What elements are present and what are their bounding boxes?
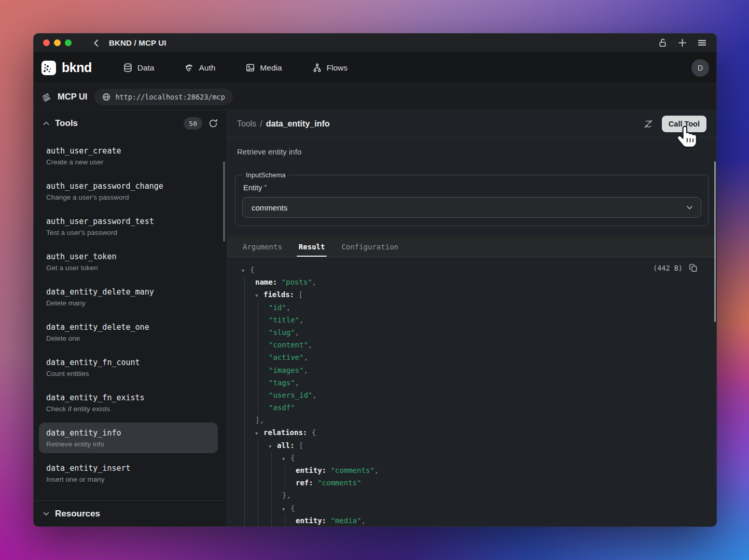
nav-item-auth[interactable]: Auth — [184, 63, 215, 73]
entity-select[interactable]: comments — [242, 197, 701, 218]
sidebar-tool-auth_user_create[interactable]: auth_user_createCreate a new user — [39, 141, 218, 171]
input-schema-legend: InputSchema — [243, 171, 288, 179]
input-schema-fieldset: InputSchema Entity * comments — [235, 171, 709, 226]
copy-result-button[interactable] — [689, 263, 698, 272]
tool-detail-panel: Tools / data_entity_info Call Too — [227, 110, 716, 526]
json-line: "slug", — [269, 326, 706, 339]
json-line: "id", — [269, 301, 706, 314]
titlebar: BKND / MCP UI — [34, 34, 716, 52]
json-line: "content", — [269, 339, 706, 351]
tool-description: Change a user's password — [46, 192, 211, 202]
tool-description: Test a user's password — [46, 228, 211, 237]
refresh-tools-button[interactable] — [209, 119, 218, 128]
tool-name: data_entity_insert — [46, 462, 211, 474]
result-viewer: (442 B) ▼{name: "posts",▼fields: ["id","… — [227, 257, 716, 526]
maximize-window-button[interactable] — [65, 39, 72, 46]
tool-description: Create a new user — [46, 157, 211, 167]
server-url: http://localhost:28623/mcp — [115, 93, 225, 101]
sidebar-scrollbar-thumb[interactable] — [223, 161, 225, 242]
json-line: entity: "comments", — [296, 464, 706, 477]
tool-name: data_entity_delete_one — [46, 321, 211, 333]
tools-section-header[interactable]: Tools 50 — [34, 110, 227, 136]
tools-count-badge: 50 — [184, 117, 202, 130]
back-button[interactable] — [91, 38, 102, 48]
sidebar-tool-data_entity_fn_count[interactable]: data_entity_fn_countCount entities — [39, 352, 218, 383]
hamburger-icon — [697, 38, 707, 48]
json-line: }, — [282, 489, 706, 501]
sidebar-tool-data_entity_insert[interactable]: data_entity_insertInsert one or many — [39, 458, 218, 488]
entity-label-text: Entity — [243, 184, 262, 192]
sidebar-tool-data_entity_delete_one[interactable]: data_entity_delete_oneDelete one — [39, 317, 218, 347]
json-line: "asdf" — [269, 401, 706, 414]
tab-result[interactable]: Result — [298, 236, 326, 257]
result-tabs: ArgumentsResultConfiguration — [227, 236, 716, 257]
mcp-title: MCP UI — [58, 92, 87, 102]
flows-icon — [312, 63, 322, 73]
server-url-pill[interactable]: http://localhost:28623/mcp — [94, 89, 232, 105]
json-line[interactable]: ▼{ — [282, 502, 706, 514]
nav-item-label: Flows — [327, 63, 348, 73]
required-marker: * — [264, 183, 267, 191]
close-window-button[interactable] — [43, 39, 50, 46]
tool-description: Check if entity exists — [46, 404, 211, 414]
nav-item-media[interactable]: Media — [245, 63, 282, 73]
avatar[interactable]: D — [691, 59, 709, 77]
sidebar-tool-data_entity_fn_exists[interactable]: data_entity_fn_existsCheck if entity exi… — [39, 387, 218, 418]
tool-description: Count entities — [46, 369, 211, 379]
json-line[interactable]: ▼{ — [242, 263, 706, 276]
sidebar-tool-auth_user_token[interactable]: auth_user_tokenGet a user token — [39, 246, 218, 277]
top-navbar: bknd DataAuthMediaFlows D — [34, 52, 716, 83]
new-tab-button[interactable] — [677, 38, 687, 48]
menu-button[interactable] — [697, 38, 707, 48]
tab-arguments[interactable]: Arguments — [242, 236, 283, 257]
json-children: ▼{entity: "comments",ref: "comments"},▼{… — [271, 452, 706, 526]
lock-open-icon[interactable] — [658, 38, 668, 48]
breadcrumb-parent[interactable]: Tools — [237, 119, 256, 129]
payload-size-badge: (442 B) — [653, 264, 683, 272]
json-line[interactable]: ▼fields: [ — [255, 288, 706, 301]
sidebar-tool-data_entity_info[interactable]: data_entity_infoRetrieve entity info — [39, 423, 218, 453]
tab-configuration[interactable]: Configuration — [340, 236, 399, 257]
json-children: entity: "comments",ref: "comments" — [285, 464, 706, 489]
call-tool-button[interactable]: Call Tool — [662, 116, 706, 132]
nav-item-label: Data — [137, 63, 155, 73]
resources-label: Resources — [55, 509, 100, 519]
copy-icon — [689, 263, 698, 272]
mcp-bar: MCP UI http://localhost:28623/mcp — [34, 83, 716, 110]
json-line[interactable]: ▼relations: { — [255, 426, 706, 439]
chevron-up-icon — [43, 120, 50, 127]
nav-item-data[interactable]: Data — [123, 63, 155, 73]
tools-sidebar: Tools 50 auth_user_createCreate a new us… — [34, 110, 227, 526]
sync-off-icon — [643, 119, 654, 129]
tool-description: Insert one or many — [46, 474, 211, 484]
database-icon — [123, 63, 133, 73]
breadcrumb-separator: / — [260, 119, 262, 129]
json-children: entity: "media",ref: "images" — [285, 514, 706, 526]
nav-item-label: Media — [260, 63, 282, 73]
resources-section-header[interactable]: Resources — [34, 500, 227, 526]
bknd-logo-icon — [41, 60, 57, 76]
sidebar-tool-auth_user_password_test[interactable]: auth_user_password_testTest a user's pas… — [39, 211, 218, 242]
tool-description: Delete one — [46, 333, 211, 343]
brand-logo[interactable]: bknd — [41, 60, 92, 76]
sidebar-tool-data_entity_delete_many[interactable]: data_entity_delete_manyDelete many — [39, 282, 218, 312]
minimize-window-button[interactable] — [54, 39, 61, 46]
mcp-stack-icon — [41, 91, 52, 103]
fingerprint-icon — [184, 63, 194, 73]
json-line[interactable]: ▼all: [ — [269, 439, 706, 452]
nav-items: DataAuthMediaFlows — [123, 63, 348, 73]
brand-name: bknd — [62, 60, 92, 75]
auto-call-disabled-button[interactable] — [643, 119, 654, 129]
sidebar-tool-auth_user_password_change[interactable]: auth_user_password_changeChange a user's… — [39, 176, 218, 206]
desktop-background: BKND / MCP UI — [0, 0, 749, 560]
tool-description: Delete many — [46, 298, 211, 308]
json-line: "title", — [269, 314, 706, 326]
json-line[interactable]: ▼{ — [282, 452, 706, 464]
app-window: BKND / MCP UI — [33, 33, 717, 527]
main-scrollbar-thumb[interactable] — [714, 161, 716, 322]
tool-description: Retrieve entity info — [227, 137, 716, 171]
nav-item-flows[interactable]: Flows — [312, 63, 348, 73]
tool-name: auth_user_password_change — [46, 180, 211, 192]
globe-icon — [102, 93, 110, 101]
tool-name: auth_user_password_test — [46, 215, 211, 228]
